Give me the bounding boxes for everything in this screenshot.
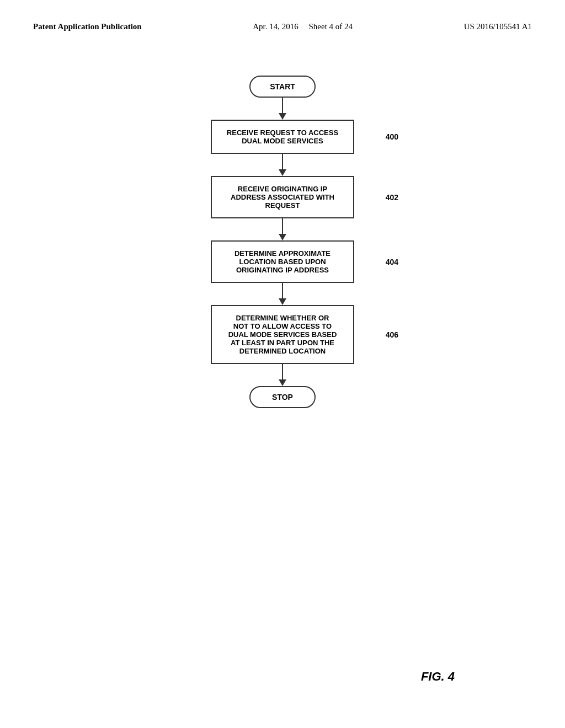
arrow-1 — [279, 98, 286, 120]
header-patent-number: US 2016/105541 A1 — [464, 22, 532, 31]
label-400: 400 — [386, 132, 398, 141]
arrow-line-4 — [282, 283, 283, 298]
node-404-text: DETERMINE APPROXIMATELOCATION BASED UPON… — [234, 249, 331, 274]
arrow-line-3 — [282, 218, 283, 234]
start-box: START — [249, 76, 316, 98]
arrow-2 — [279, 154, 286, 176]
arrow-head-2 — [279, 169, 286, 176]
header-date: Apr. 14, 2016 — [253, 22, 299, 31]
stop-box: STOP — [249, 386, 316, 408]
arrow-head-5 — [279, 379, 286, 386]
node-404: DETERMINE APPROXIMATELOCATION BASED UPON… — [211, 240, 354, 283]
figure-label: FIG. 4 — [421, 670, 455, 684]
node-406-text: DETERMINE WHETHER ORNOT TO ALLOW ACCESS … — [228, 314, 337, 355]
arrow-head-3 — [279, 234, 286, 240]
header-sheet: Sheet 4 of 24 — [309, 22, 353, 31]
rect-406: DETERMINE WHETHER ORNOT TO ALLOW ACCESS … — [211, 305, 354, 364]
arrow-3 — [279, 218, 286, 240]
flowchart: START RECEIVE REQUEST TO ACCESSDUAL MODE… — [0, 42, 565, 408]
header-date-sheet: Apr. 14, 2016 Sheet 4 of 24 — [253, 22, 353, 31]
node-406: DETERMINE WHETHER ORNOT TO ALLOW ACCESS … — [211, 305, 354, 364]
arrow-head-1 — [279, 113, 286, 120]
start-node: START — [249, 76, 316, 98]
arrow-line-5 — [282, 364, 283, 379]
rect-400: RECEIVE REQUEST TO ACCESSDUAL MODE SERVI… — [211, 120, 354, 154]
arrow-line-1 — [282, 98, 283, 113]
stop-node: STOP — [249, 386, 316, 408]
node-402: RECEIVE ORIGINATING IPADDRESS ASSOCIATED… — [211, 176, 354, 218]
node-400: RECEIVE REQUEST TO ACCESSDUAL MODE SERVI… — [211, 120, 354, 154]
arrow-5 — [279, 364, 286, 386]
rect-404: DETERMINE APPROXIMATELOCATION BASED UPON… — [211, 240, 354, 283]
label-406: 406 — [386, 330, 398, 339]
node-400-text: RECEIVE REQUEST TO ACCESSDUAL MODE SERVI… — [227, 129, 338, 145]
label-402: 402 — [386, 193, 398, 202]
arrow-head-4 — [279, 298, 286, 305]
label-404: 404 — [386, 258, 398, 266]
page: Patent Application Publication Apr. 14, … — [0, 0, 565, 728]
page-header: Patent Application Publication Apr. 14, … — [0, 0, 565, 42]
arrow-line-2 — [282, 154, 283, 169]
header-publication-label: Patent Application Publication — [33, 22, 142, 31]
node-402-text: RECEIVE ORIGINATING IPADDRESS ASSOCIATED… — [231, 185, 334, 210]
arrow-4 — [279, 283, 286, 305]
rect-402: RECEIVE ORIGINATING IPADDRESS ASSOCIATED… — [211, 176, 354, 218]
